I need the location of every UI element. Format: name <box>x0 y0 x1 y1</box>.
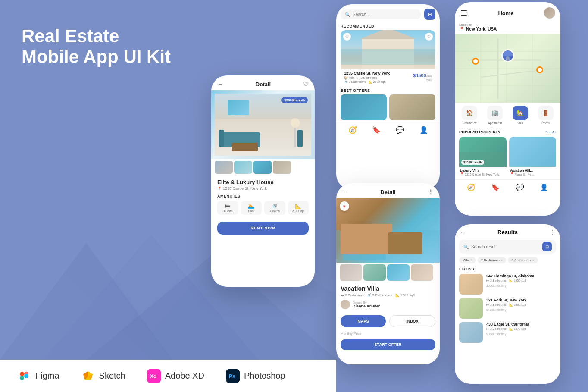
nav-message[interactable]: 💬 <box>396 126 404 134</box>
listing-img-1 <box>459 274 483 295</box>
figma-tool: Figma <box>17 369 59 383</box>
pool-icon: 🏊 <box>244 203 259 209</box>
pop-card-1-addr: 📍 1235 Castle St, New York <box>460 172 506 176</box>
phone1-thumb-2[interactable] <box>234 161 252 174</box>
pop-card-2[interactable]: Vacation Vill... 📍 Plaza St, Ne... <box>509 137 557 178</box>
phone1-back[interactable]: ← <box>217 81 223 88</box>
apartment-icon: 🏢 <box>487 106 503 120</box>
photoshop-icon: Ps <box>226 369 240 383</box>
filter-x-bedrooms[interactable]: × <box>501 258 503 262</box>
phone4-map[interactable] <box>455 34 560 103</box>
nav-compass[interactable]: 🧭 <box>348 126 357 134</box>
pop-card-1-img: $3000/month <box>459 137 507 167</box>
best-offers-cards <box>341 94 435 120</box>
phone5-results: ← Results ⋮ 🔍 ⊞ Villa × 2 Bedrooms × 3 B… <box>455 224 560 384</box>
ph4-nav-compass[interactable]: 🧭 <box>467 183 475 191</box>
cat-villa[interactable]: 🏡 Villa <box>509 106 532 125</box>
phone3-back[interactable]: ← <box>342 188 348 195</box>
filter-x-villa[interactable]: × <box>470 258 472 262</box>
nav-person[interactable]: 👤 <box>419 126 428 134</box>
listing-info-3: 438 Eagle St, California 🛏 2 Bedrooms 📐 … <box>486 322 556 336</box>
pop-card-2-addr: 📍 Plaza St, Ne... <box>510 172 556 176</box>
filter-tag-bathrooms[interactable]: 3 Bathrooms × <box>508 257 538 263</box>
rec-heart-right[interactable]: ♡ <box>425 33 433 41</box>
phone3-thumb-2[interactable] <box>363 264 386 281</box>
ph4-nav-message[interactable]: 💬 <box>516 183 524 191</box>
rent-now-button[interactable]: RENT NOW <box>217 222 309 235</box>
filter-x-bathrooms[interactable]: × <box>532 258 535 262</box>
phone5-dots[interactable]: ⋮ <box>549 229 555 235</box>
amenity-beds-label: 3 Beds <box>220 210 235 213</box>
phone1-thumb-4[interactable] <box>273 161 291 174</box>
phone2-search-input[interactable] <box>353 12 416 17</box>
listing-item-2[interactable]: 321 Fork St, New York 🛏 2 Bedrooms 📐 280… <box>459 298 556 319</box>
phone2-recommended-card[interactable]: ♡ ♡ 1235 Castle St, New York 🏠 Villa 🛏 2… <box>341 30 435 86</box>
pop-card-2-img <box>509 137 557 167</box>
offer-card-2[interactable] <box>389 94 435 120</box>
rec-number: 541 <box>413 78 432 82</box>
phone1-thumb-3[interactable] <box>253 161 272 174</box>
phone3-dots-menu[interactable]: ⋮ <box>428 188 434 195</box>
ph4-nav-bookmark[interactable]: 🔖 <box>491 183 500 191</box>
see-all-link[interactable]: See All <box>545 130 556 134</box>
svg-point-9 <box>24 374 28 378</box>
phone3-action-btns: MAPS INBOX <box>336 312 440 331</box>
hamburger-menu[interactable] <box>460 9 468 16</box>
phone3-title: Detail <box>380 189 395 195</box>
amenity-pool: 🏊 Pool <box>241 201 262 215</box>
phone2-best-offers <box>336 94 440 122</box>
l1-beds: 🛏 2 Bedrooms <box>486 279 507 282</box>
offer-card-1[interactable] <box>341 94 387 120</box>
filter-tag-villa[interactable]: Villa × <box>459 257 476 263</box>
pop-card-2-info: Vacation Vill... 📍 Plaza St, Ne... <box>509 167 557 178</box>
map-pin-1[interactable] <box>472 58 479 65</box>
phone1-thumb-1[interactable] <box>215 161 233 174</box>
rec-price-area: $4500/ma 541 <box>413 73 432 82</box>
ph5-filter-btn[interactable]: ⊞ <box>542 242 552 251</box>
phone5-listing: LISTING 247 Flamingo St, Alabama 🛏 2 Bed… <box>455 265 560 348</box>
figma-label: Figma <box>35 371 59 381</box>
nav-bookmark[interactable]: 🔖 <box>372 126 381 134</box>
phone3-thumb-4[interactable] <box>411 264 433 281</box>
phone1-heart[interactable]: ♡ <box>303 81 309 88</box>
phone5-search-bar[interactable]: 🔍 ⊞ <box>459 240 556 254</box>
user-avatar[interactable] <box>544 7 555 19</box>
listing-info-1: 247 Flamingo St, Alabama 🛏 2 Bedrooms 📐 … <box>486 274 556 288</box>
pop-card-1[interactable]: $3000/month Luxury Villa 📍 1235 Castle S… <box>459 137 507 178</box>
phone2-search-bar[interactable]: 🔍 <box>341 9 421 19</box>
cat-residence[interactable]: 🏠 Residence <box>458 106 481 125</box>
start-offer-btn[interactable]: START OFFER <box>341 339 435 350</box>
adobexd-label: Adobe XD <box>165 371 204 381</box>
map-pin-2[interactable] <box>536 66 543 73</box>
rec-heart-left[interactable]: ♡ <box>343 33 351 41</box>
photoshop-label: Photoshop <box>244 371 285 381</box>
cat-villa-label: Villa <box>517 122 523 125</box>
phone2-filter-btn[interactable]: ⊞ <box>424 9 435 20</box>
amenity-sqft: 📐 2370 sqft <box>288 201 309 215</box>
cat-apartment[interactable]: 🏢 Apartment <box>484 106 507 125</box>
phone3-heart-badge[interactable]: ♥ <box>340 201 349 211</box>
maps-button[interactable]: MAPS <box>341 315 386 327</box>
inbox-button[interactable]: INBOX <box>389 315 435 327</box>
pop-card-1-price: $3000/month <box>461 160 484 165</box>
ph4-nav-person[interactable]: 👤 <box>540 183 548 191</box>
l3-beds: 🛏 2 Bedrooms <box>486 327 507 331</box>
phone2-rec-info: 1235 Castle St, New York 🏠 Villa 🛏 2 Bed… <box>341 69 435 86</box>
title-area: Real Estate Mobile App UI Kit <box>22 26 171 68</box>
phone1-property-address: 📍 1235 Castle St, New York <box>217 186 309 191</box>
phone3-thumb-3[interactable] <box>387 264 410 281</box>
listing-item-1[interactable]: 247 Flamingo St, Alabama 🛏 2 Bedrooms 📐 … <box>459 274 556 295</box>
filter-tag-bedrooms[interactable]: 2 Bedrooms × <box>478 257 507 263</box>
phone5-back[interactable]: ← <box>460 229 466 235</box>
bottom-toolbar: Figma Sketch Xd Adobe XD <box>0 360 336 392</box>
vac-bedrooms: 🛏 2 Bedrooms <box>341 293 363 297</box>
phone5-search-input[interactable] <box>471 245 540 249</box>
phone4-location-value: 📍 New York, USA <box>455 27 560 34</box>
listing-img-2 <box>459 298 483 319</box>
phone1-amenities-label: AMENITIES <box>217 194 309 198</box>
owner-avatar <box>341 300 350 309</box>
rec-bedrooms: 🛏 2 Bedrooms <box>357 76 377 80</box>
listing-item-3[interactable]: 438 Eagle St, California 🛏 2 Bedrooms 📐 … <box>459 322 556 343</box>
cat-room[interactable]: 🚪 Room <box>534 106 557 125</box>
phone3-thumb-1[interactable] <box>340 264 362 281</box>
